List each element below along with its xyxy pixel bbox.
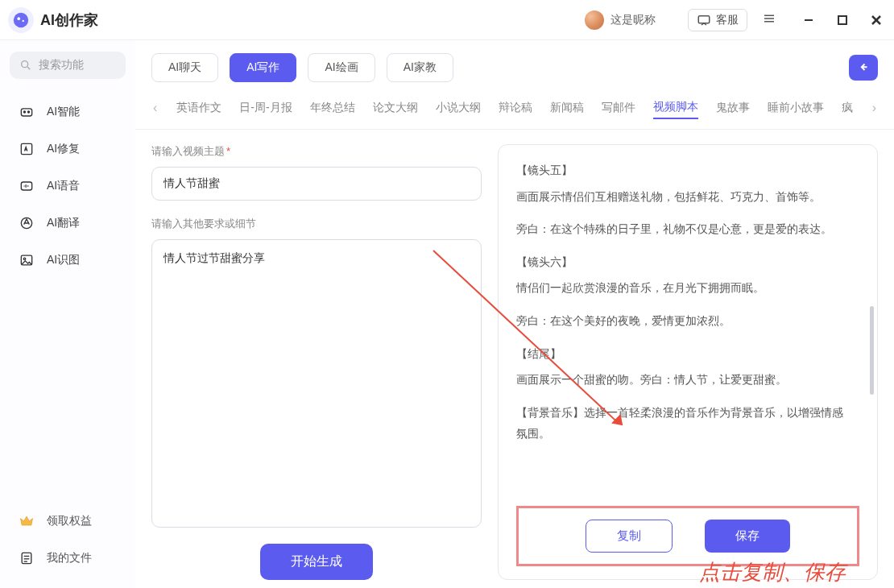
svg-line-12	[27, 67, 30, 69]
svg-point-15	[28, 111, 30, 113]
subtab-prev-icon[interactable]: ‹	[151, 101, 159, 115]
search-placeholder: 搜索功能	[39, 58, 84, 72]
main-panel: AI聊天 AI写作 AI绘画 AI家教 ‹ 英语作文 日-周-月报 年终总结 论…	[135, 40, 894, 588]
app-logo	[8, 7, 34, 33]
subtab-english[interactable]: 英语作文	[176, 97, 221, 118]
translate-icon	[18, 214, 35, 232]
subtab-news[interactable]: 新闻稿	[550, 97, 584, 118]
hamburger-menu-icon[interactable]	[755, 6, 783, 33]
subtab-bedtime[interactable]: 睡前小故事	[768, 97, 824, 118]
theme-input[interactable]	[151, 167, 482, 201]
top-tabs: AI聊天 AI写作 AI绘画 AI家教	[135, 40, 894, 90]
detail-label: 请输入其他要求或细节	[151, 217, 482, 231]
sidebar-item-label: AI翻译	[47, 216, 80, 230]
annotation-text: 点击复制、保存	[699, 558, 846, 586]
avatar[interactable]	[585, 10, 604, 30]
subtab-email[interactable]: 写邮件	[602, 97, 635, 118]
sidebar-item-ai-fix[interactable]: AI修复	[10, 130, 126, 168]
subtab-yearend[interactable]: 年终总结	[310, 97, 355, 118]
svg-rect-17	[21, 182, 31, 190]
tab-ai-tutor[interactable]: AI家教	[387, 53, 453, 82]
copy-button[interactable]: 复制	[586, 520, 673, 553]
sidebar-item-label: 领取权益	[47, 514, 92, 528]
tab-ai-chat[interactable]: AI聊天	[151, 53, 218, 82]
subtab-thesis[interactable]: 论文大纲	[373, 97, 418, 118]
svg-point-14	[24, 111, 26, 113]
subtab-more[interactable]: 疯	[842, 97, 853, 118]
support-label: 客服	[716, 13, 739, 27]
sidebar: 搜索功能 AI智能 AI修复 AI语音 AI翻译 AI识图 领取权益	[0, 40, 135, 588]
bot-icon	[18, 103, 35, 121]
save-button[interactable]: 保存	[705, 520, 790, 553]
subtab-video-script[interactable]: 视频脚本	[653, 97, 698, 119]
svg-point-11	[22, 61, 28, 68]
generate-button[interactable]: 开始生成	[260, 544, 373, 580]
sidebar-item-label: AI识图	[47, 253, 80, 267]
voice-icon	[18, 177, 35, 195]
subtab-next-icon[interactable]: ›	[871, 101, 878, 115]
support-button[interactable]: 客服	[688, 9, 747, 31]
sidebar-item-label: AI语音	[47, 179, 80, 193]
document-icon	[18, 549, 35, 567]
sidebar-item-ai-voice[interactable]: AI语音	[10, 168, 126, 205]
action-highlight-box: 复制 保存	[516, 506, 859, 566]
minimize-button[interactable]	[799, 10, 818, 30]
maximize-button[interactable]	[833, 10, 852, 30]
sparkle-edit-icon	[18, 140, 35, 158]
tab-ai-write[interactable]: AI写作	[230, 53, 296, 82]
sidebar-item-benefits[interactable]: 领取权益	[10, 503, 126, 540]
sidebar-item-ai-translate[interactable]: AI翻译	[10, 205, 126, 242]
form-panel: 请输入视频主题* 请输入其他要求或细节 开始生成	[151, 144, 482, 580]
nickname: 这是昵称	[610, 13, 656, 27]
return-arrow-icon	[856, 60, 871, 75]
sidebar-item-myfiles[interactable]: 我的文件	[10, 540, 126, 577]
window-controls	[799, 10, 886, 30]
search-input[interactable]: 搜索功能	[10, 52, 126, 79]
search-icon	[19, 59, 32, 72]
detail-textarea[interactable]	[151, 239, 482, 528]
theme-label: 请输入视频主题*	[151, 144, 482, 159]
scrollbar[interactable]	[870, 306, 874, 395]
sidebar-item-label: 我的文件	[47, 551, 92, 565]
app-title: AI创作家	[40, 10, 98, 30]
crown-icon	[18, 512, 35, 530]
image-icon	[18, 251, 35, 269]
sidebar-item-ai-image[interactable]: AI识图	[10, 242, 126, 279]
titlebar: AI创作家 这是昵称 客服	[0, 0, 894, 40]
return-button[interactable]	[849, 55, 878, 81]
svg-point-0	[14, 12, 28, 27]
close-button[interactable]	[867, 10, 886, 30]
subtab-debate[interactable]: 辩论稿	[499, 97, 532, 118]
sidebar-item-label: AI智能	[47, 105, 80, 119]
svg-rect-3	[698, 15, 710, 23]
svg-point-1	[17, 17, 20, 20]
sidebar-item-ai-smart[interactable]: AI智能	[10, 93, 126, 130]
svg-rect-8	[838, 16, 846, 24]
sidebar-item-label: AI修复	[47, 142, 80, 156]
tab-ai-paint[interactable]: AI绘画	[308, 53, 375, 82]
subtab-report[interactable]: 日-周-月报	[239, 97, 292, 118]
svg-rect-13	[21, 109, 31, 116]
svg-point-20	[23, 258, 26, 260]
sub-tabs: ‹ 英语作文 日-周-月报 年终总结 论文大纲 小说大纲 辩论稿 新闻稿 写邮件…	[135, 90, 894, 130]
svg-point-2	[23, 19, 24, 21]
subtab-ghost[interactable]: 鬼故事	[716, 97, 750, 118]
output-text: 【镜头五】 画面展示情侣们互相赠送礼物，包括鲜花、巧克力、首饰等。 旁白：在这个…	[516, 159, 859, 496]
subtab-novel[interactable]: 小说大纲	[436, 97, 481, 118]
